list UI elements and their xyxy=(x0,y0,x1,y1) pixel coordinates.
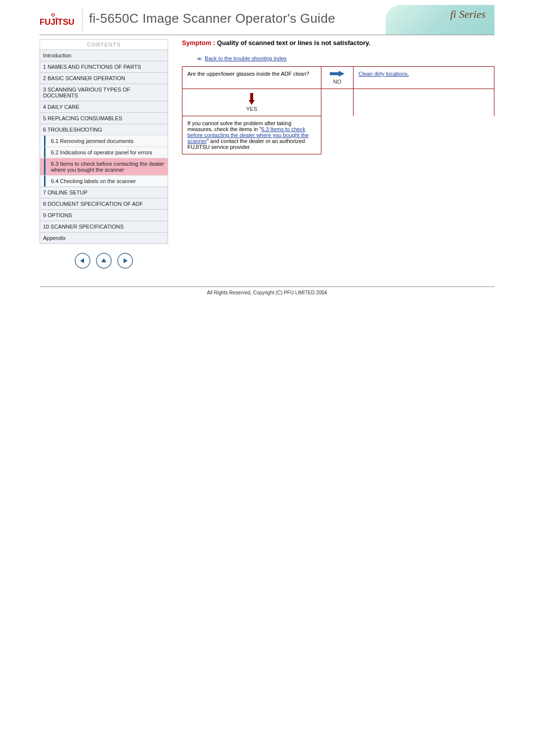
nav-up-button[interactable] xyxy=(96,253,112,269)
clean-dirty-locations-link[interactable]: Clean dirty locations. xyxy=(358,71,409,77)
svg-point-1 xyxy=(52,14,54,16)
toc-item-11[interactable]: 7 ONLINE SETUP xyxy=(40,187,168,198)
flow-empty-cell xyxy=(354,116,494,154)
back-link-row: ≪ Back to the trouble shooting index xyxy=(197,55,494,61)
toc-item-5[interactable]: 5 REPLACING CONSUMABLES xyxy=(40,113,168,124)
fujitsu-logo: FUJĪTSU xyxy=(40,9,78,31)
arrow-down-icon xyxy=(249,93,255,105)
flow-empty-cell xyxy=(321,116,354,154)
toc-item-6[interactable]: 6 TROUBLESHOOTING xyxy=(40,124,168,136)
flowchart-table: Are the upper/lower glasses inside the A… xyxy=(182,66,494,154)
toc-item-9[interactable]: 6.3 Items to check before contacting the… xyxy=(40,158,168,176)
toc-item-10[interactable]: 6.4 Checking labels on the scanner xyxy=(40,176,168,187)
back-to-index-link[interactable]: Back to the trouble shooting index xyxy=(205,55,287,61)
toc-item-14[interactable]: 10 SCANNER SPECIFICATIONS xyxy=(40,221,168,233)
nav-buttons xyxy=(40,253,168,269)
flow-arrow-no: NO xyxy=(321,67,354,89)
footer-copyright: All Rights Reserved, Copyright (C) PFU L… xyxy=(40,286,494,295)
toc-item-2[interactable]: 2 BASIC SCANNER OPERATION xyxy=(40,73,168,84)
toc-item-3[interactable]: 3 SCANNING VARIOUS TYPES OF DOCUMENTS xyxy=(40,84,168,101)
svg-marker-3 xyxy=(101,258,106,262)
toc-item-7[interactable]: 6.1 Removing jammed documents xyxy=(40,136,168,147)
fi-series-label: fi Series xyxy=(450,8,486,21)
toc-item-15[interactable]: Appendix xyxy=(40,233,168,244)
arrow-right-icon xyxy=(122,257,129,264)
sidebar: CONTENTS Introduction1 NAMES AND FUNCTIO… xyxy=(40,39,168,269)
arrow-right-icon xyxy=(330,71,345,77)
svg-marker-4 xyxy=(124,258,128,263)
contents-heading: CONTENTS xyxy=(40,39,168,49)
toc-item-1[interactable]: 1 NAMES AND FUNCTIONS OF PARTS xyxy=(40,61,168,73)
page-title: fi-5650C Image Scanner Operator's Guide xyxy=(89,11,335,26)
svg-text:FUJĪTSU: FUJĪTSU xyxy=(40,17,74,27)
symptom-prefix: Symptom : xyxy=(182,39,217,47)
back-chevron-icon: ≪ xyxy=(197,56,202,61)
symptom-text: Quality of scanned text or lines is not … xyxy=(217,39,370,47)
header: FUJĪTSU fi-5650C Image Scanner Operator'… xyxy=(40,5,494,35)
toc-table: Introduction1 NAMES AND FUNCTIONS OF PAR… xyxy=(40,49,168,244)
arrow-up-icon xyxy=(100,257,107,264)
svg-marker-2 xyxy=(80,258,84,263)
toc-item-0[interactable]: Introduction xyxy=(40,50,168,61)
symptom-heading: Symptom : Quality of scanned text or lin… xyxy=(182,39,494,47)
nav-prev-button[interactable] xyxy=(75,253,90,269)
toc-item-12[interactable]: 8 DOCUMENT SPECIFICATION OF ADF xyxy=(40,198,168,210)
yes-label: YES xyxy=(246,106,257,112)
flow-empty-cell xyxy=(354,89,494,116)
main-content: Symptom : Quality of scanned text or lin… xyxy=(168,39,494,154)
toc-item-13[interactable]: 9 OPTIONS xyxy=(40,210,168,221)
flow-empty-cell xyxy=(321,89,354,116)
no-label: NO xyxy=(333,79,342,85)
header-separator xyxy=(82,9,83,31)
toc-item-8[interactable]: 6.2 Indications of operator panel for er… xyxy=(40,147,168,158)
nav-next-button[interactable] xyxy=(117,253,133,269)
flow-question-1: Are the upper/lower glasses inside the A… xyxy=(182,67,321,89)
svg-marker-6 xyxy=(249,93,255,105)
svg-marker-5 xyxy=(330,71,345,77)
toc-item-4[interactable]: 4 DAILY CARE xyxy=(40,101,168,113)
arrow-left-icon xyxy=(79,257,86,264)
flow-final-cell: If you cannot solve the problem after ta… xyxy=(182,116,321,154)
flow-arrow-yes: YES xyxy=(182,89,321,116)
flow-answer-1: Clean dirty locations. xyxy=(354,67,494,89)
